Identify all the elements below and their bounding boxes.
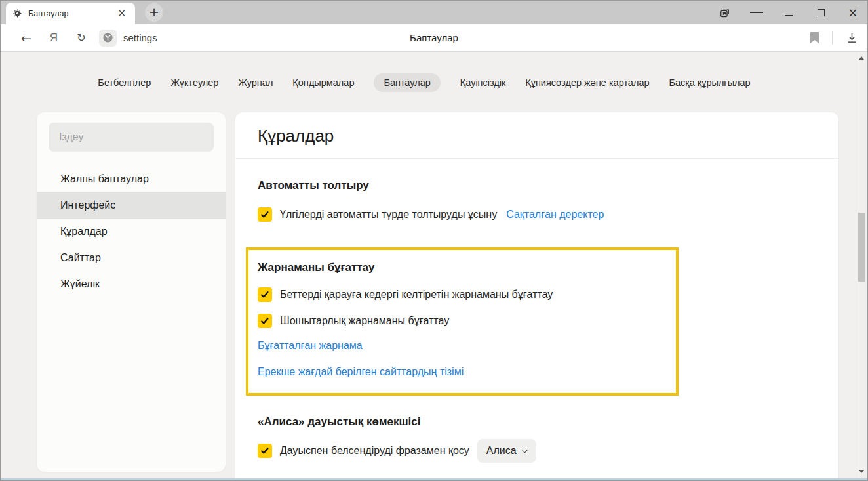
nav-tab-bookmarks[interactable]: Бетбелгілер — [98, 77, 151, 88]
page-title: Құралдар — [258, 126, 334, 146]
refresh-icon[interactable]: ↻ — [68, 31, 95, 44]
sidebar-list: Жалпы баптаулар Интерфейс Құралдар Сайтт… — [37, 166, 226, 297]
protect-icon — [102, 32, 113, 43]
nav-tab-other-devices[interactable]: Басқа құрылғылар — [669, 77, 751, 88]
nav-tab-security[interactable]: Қауіпсіздік — [460, 77, 506, 88]
close-icon: × — [848, 7, 858, 19]
tab-close-icon[interactable]: × — [115, 7, 128, 20]
minimize-button[interactable] — [782, 6, 795, 19]
dropdown-value: Алиса — [486, 445, 517, 457]
nav-tab-history[interactable]: Журнал — [238, 77, 273, 88]
settings-sidebar: Жалпы баптаулар Интерфейс Құралдар Сайтт… — [37, 112, 226, 472]
block-interfering-ads-checkbox[interactable] — [258, 287, 272, 302]
check-icon — [260, 446, 269, 455]
tab-title: Баптаулар — [28, 9, 115, 18]
gear-icon — [12, 9, 22, 18]
menu-icon[interactable] — [750, 6, 763, 19]
sidebar-item-sites[interactable]: Сайттар — [37, 245, 226, 271]
chevron-down-icon — [521, 446, 528, 453]
nav-tab-passwords[interactable]: Құпиясөздер және карталар — [525, 77, 649, 88]
block-shocking-ads-checkbox[interactable] — [258, 314, 272, 328]
sidebar-item-general[interactable]: Жалпы баптаулар — [37, 166, 226, 192]
block-interfering-ads-label: Беттерді қарауға кедергі келтіретін жарн… — [280, 289, 553, 301]
sidebar-item-system[interactable]: Жүйелік — [37, 271, 226, 297]
browser-window: Баптаулар × + × ← Я ↻ — [0, 0, 868, 481]
blocked-ads-link[interactable]: Бұғатталған жарнама — [258, 340, 363, 352]
toolbar-left: ← Я ↻ settings — [12, 30, 157, 47]
search-input[interactable] — [49, 123, 214, 152]
nav-tab-extensions[interactable]: Қондырмалар — [292, 77, 354, 88]
adblock-row-2: Шошытарлық жарнаманы бұғаттау — [258, 312, 449, 329]
back-icon[interactable]: ← — [12, 31, 40, 45]
check-icon — [260, 290, 269, 299]
window-controls: × — [718, 1, 859, 24]
page-scrollbar — [856, 52, 867, 478]
browser-tab[interactable]: Баптаулар × — [6, 3, 135, 24]
saved-data-link[interactable]: Сақталған деректер — [506, 209, 604, 220]
maximize-button[interactable] — [814, 6, 827, 19]
check-icon — [260, 210, 269, 219]
close-window-button[interactable]: × — [846, 6, 859, 19]
bookmark-icon[interactable] — [810, 32, 819, 43]
exception-sites-link[interactable]: Ерекше жағдай берілген сайттардың тізімі — [258, 366, 464, 378]
toolbar-right — [810, 31, 858, 45]
scroll-down-icon[interactable] — [859, 470, 864, 473]
tab-strip: Баптаулар × + × — [1, 1, 867, 24]
alice-heading: «Алиса» дауыстық көмекшісі — [258, 415, 421, 429]
adblock-row-1: Беттерді қарауға кедергі келтіретін жарн… — [258, 286, 553, 303]
alice-row: Дауыспен белсендіруді фразамен қосу Алис… — [258, 439, 536, 463]
header-divider — [235, 158, 838, 159]
url-text[interactable]: settings — [123, 32, 157, 43]
block-shocking-ads-label: Шошытарлық жарнаманы бұғаттау — [280, 315, 449, 327]
autofill-checkbox-label: Үлгілерді автоматты түрде толтыруды ұсын… — [280, 209, 497, 220]
protect-badge[interactable] — [99, 30, 117, 47]
scroll-up-icon[interactable] — [859, 56, 864, 60]
activation-phrase-dropdown[interactable]: Алиса — [477, 439, 536, 463]
window-bottom-edge — [1, 478, 867, 480]
voice-activation-label: Дауыспен белсендіруді фразамен қосу — [280, 445, 469, 457]
autofill-checkbox[interactable] — [258, 207, 272, 222]
downloads-icon[interactable] — [846, 31, 858, 44]
nav-tab-downloads[interactable]: Жүктеулер — [170, 77, 218, 88]
check-icon — [260, 316, 269, 325]
new-tab-button[interactable]: + — [145, 3, 163, 22]
autofill-row: Үлгілерді автоматты түрде толтыруды ұсын… — [258, 206, 604, 223]
sidebar-item-tools[interactable]: Құралдар — [37, 219, 226, 245]
adblock-highlight-box: Жарнаманы бұғаттау Беттерді қарауға кеде… — [246, 247, 679, 396]
autofill-heading: Автоматты толтыру — [258, 179, 369, 192]
toolbar-divider — [832, 31, 833, 45]
sidebar-item-interface[interactable]: Интерфейс — [37, 192, 226, 219]
browser-toolbar: ← Я ↻ settings Баптаулар — [1, 24, 867, 52]
settings-content: Құралдар Автоматты толтыру Үлгілерді авт… — [235, 112, 838, 480]
voice-activation-checkbox[interactable] — [258, 444, 272, 458]
settings-nav: Бетбелгілер Жүктеулер Журнал Қондырмалар… — [1, 72, 848, 94]
nav-tab-settings[interactable]: Баптаулар — [374, 73, 440, 92]
scrollbar-thumb[interactable] — [858, 213, 865, 282]
tab-panels-icon[interactable] — [718, 6, 731, 19]
yandex-logo-icon[interactable]: Я — [40, 31, 68, 45]
adblock-heading: Жарнаманы бұғаттау — [258, 261, 375, 274]
